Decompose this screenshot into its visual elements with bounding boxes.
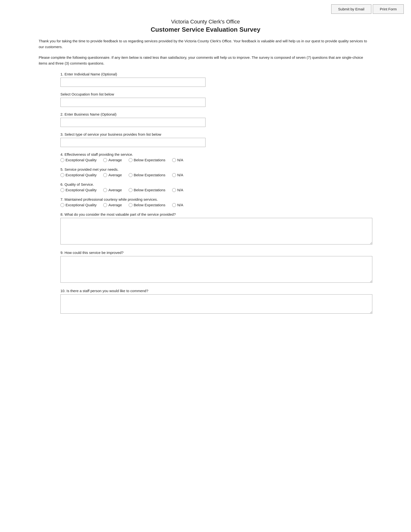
intro-paragraph-2: Please complete the following questionna… [39, 55, 372, 66]
q6-exceptional-label: Exceptional Quality [65, 188, 96, 192]
occupation-block: Select Occupation from list below Attorn… [60, 92, 372, 107]
q4-na-label: N/A [177, 158, 183, 162]
q6-average-option[interactable]: Average [103, 188, 122, 192]
q7-exceptional-radio[interactable] [60, 203, 64, 207]
question-4-radio-group: Exceptional Quality Average Below Expect… [60, 158, 372, 162]
q6-average-radio[interactable] [103, 188, 107, 192]
question-1-label: 1. Enter Individual Name (Optional) [60, 72, 372, 76]
q6-below-radio[interactable] [129, 188, 132, 192]
q5-na-radio[interactable] [172, 173, 176, 177]
question-3-label: 3. Select type of service your business … [60, 132, 372, 136]
q7-below-option[interactable]: Below Expectations [129, 203, 165, 207]
question-7-radio-group: Exceptional Quality Average Below Expect… [60, 203, 372, 207]
individual-name-input[interactable] [60, 78, 206, 87]
print-form-button[interactable]: Print Form [373, 4, 404, 14]
q5-na-option[interactable]: N/A [172, 173, 183, 177]
question-7-label: 7. Maintained professional courtesy whil… [60, 197, 372, 201]
q7-average-label: Average [108, 203, 122, 207]
form-section: 1. Enter Individual Name (Optional) Sele… [39, 72, 372, 314]
q7-average-option[interactable]: Average [103, 203, 122, 207]
question-2-label: 2. Enter Business Name (Optional) [60, 112, 372, 116]
question-6-block: 6. Quality of Service. Exceptional Quali… [60, 182, 372, 192]
q5-average-option[interactable]: Average [103, 173, 122, 177]
office-title: Victoria County Clerk's Office [39, 19, 372, 25]
question-9-label: 9. How could this service be improved? [60, 250, 372, 255]
q4-na-radio[interactable] [172, 158, 176, 162]
intro-paragraph-1: Thank you for taking the time to provide… [39, 38, 372, 50]
question-10-textarea[interactable] [60, 294, 372, 314]
survey-title: Customer Service Evaluation Survey [39, 26, 372, 33]
question-4-block: 4. Effectiveness of staff providing the … [60, 152, 372, 162]
question-6-label: 6. Quality of Service. [60, 182, 372, 186]
occupation-label: Select Occupation from list below [60, 92, 372, 96]
service-type-select[interactable]: Real Estate Legal Financial Other [60, 138, 206, 147]
q5-average-radio[interactable] [103, 173, 107, 177]
business-name-input[interactable] [60, 118, 206, 127]
question-1-block: 1. Enter Individual Name (Optional) [60, 72, 372, 87]
question-4-label: 4. Effectiveness of staff providing the … [60, 152, 372, 156]
q5-below-radio[interactable] [129, 173, 132, 177]
top-bar: Submit by Email Print Form [0, 0, 411, 16]
q4-below-radio[interactable] [129, 158, 132, 162]
q7-na-option[interactable]: N/A [172, 203, 183, 207]
question-5-block: 5. Service provided met your needs. Exce… [60, 167, 372, 177]
q4-average-option[interactable]: Average [103, 158, 122, 162]
q7-exceptional-option[interactable]: Exceptional Quality [60, 203, 96, 207]
question-8-textarea[interactable] [60, 218, 372, 245]
q6-na-label: N/A [177, 188, 183, 192]
question-5-radio-group: Exceptional Quality Average Below Expect… [60, 173, 372, 177]
q7-below-label: Below Expectations [134, 203, 165, 207]
q6-na-option[interactable]: N/A [172, 188, 183, 192]
q6-below-option[interactable]: Below Expectations [129, 188, 165, 192]
question-10-label: 10. Is there a staff person you would li… [60, 289, 372, 293]
occupation-select[interactable]: Attorney Title Company Surveyor Other [60, 98, 206, 107]
question-5-label: 5. Service provided met your needs. [60, 167, 372, 171]
q7-average-radio[interactable] [103, 203, 107, 207]
q5-exceptional-radio[interactable] [60, 173, 64, 177]
q5-exceptional-option[interactable]: Exceptional Quality [60, 173, 96, 177]
q4-below-label: Below Expectations [134, 158, 165, 162]
main-content: Victoria County Clerk's Office Customer … [24, 19, 387, 334]
question-8-label: 8. What do you consider the most valuabl… [60, 212, 372, 216]
q6-na-radio[interactable] [172, 188, 176, 192]
q7-na-label: N/A [177, 203, 183, 207]
q4-exceptional-label: Exceptional Quality [65, 158, 96, 162]
q4-exceptional-radio[interactable] [60, 158, 64, 162]
q6-average-label: Average [108, 188, 122, 192]
q4-exceptional-option[interactable]: Exceptional Quality [60, 158, 96, 162]
question-9-textarea[interactable] [60, 256, 372, 283]
q6-below-label: Below Expectations [134, 188, 165, 192]
q4-average-radio[interactable] [103, 158, 107, 162]
question-6-radio-group: Exceptional Quality Average Below Expect… [60, 188, 372, 192]
q7-below-radio[interactable] [129, 203, 132, 207]
question-3-block: 3. Select type of service your business … [60, 132, 372, 147]
q4-average-label: Average [108, 158, 122, 162]
question-8-block: 8. What do you consider the most valuabl… [60, 212, 372, 245]
q6-exceptional-radio[interactable] [60, 188, 64, 192]
q5-below-option[interactable]: Below Expectations [129, 173, 165, 177]
question-7-block: 7. Maintained professional courtesy whil… [60, 197, 372, 207]
question-2-block: 2. Enter Business Name (Optional) [60, 112, 372, 127]
submit-by-email-button[interactable]: Submit by Email [331, 4, 371, 14]
q5-na-label: N/A [177, 173, 183, 177]
question-9-block: 9. How could this service be improved? [60, 250, 372, 283]
q7-na-radio[interactable] [172, 203, 176, 207]
q5-exceptional-label: Exceptional Quality [65, 173, 96, 177]
q5-average-label: Average [108, 173, 122, 177]
q4-na-option[interactable]: N/A [172, 158, 183, 162]
question-10-block: 10. Is there a staff person you would li… [60, 289, 372, 314]
q7-exceptional-label: Exceptional Quality [65, 203, 96, 207]
q6-exceptional-option[interactable]: Exceptional Quality [60, 188, 96, 192]
q5-below-label: Below Expectations [134, 173, 165, 177]
q4-below-option[interactable]: Below Expectations [129, 158, 165, 162]
